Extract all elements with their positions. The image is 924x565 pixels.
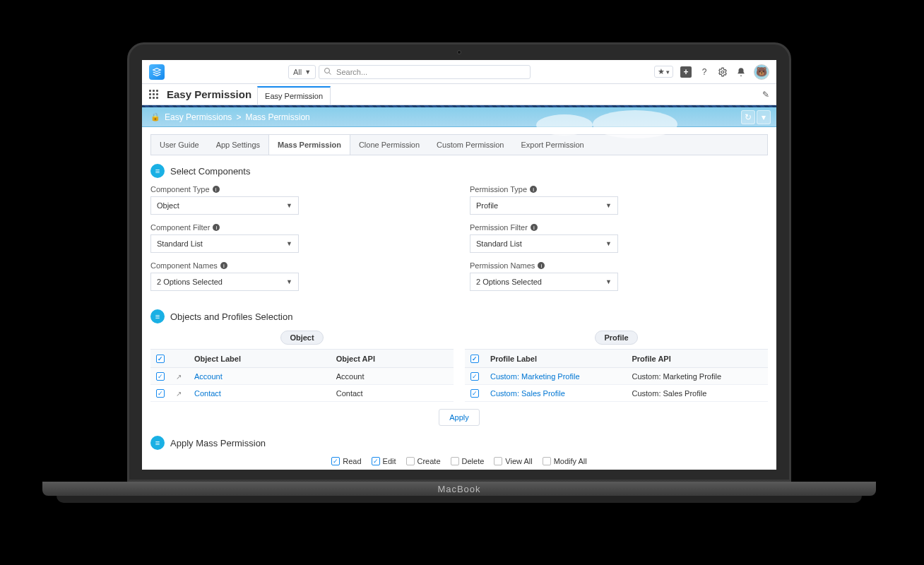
info-icon[interactable]: i	[213, 186, 220, 193]
sub-tab-user-guide[interactable]: User Guide	[151, 135, 208, 155]
row-checkbox[interactable]: ✓	[156, 389, 165, 398]
section-icon: ≡	[150, 436, 165, 450]
col-object-label: Object Label	[189, 350, 331, 368]
svg-line-1	[329, 72, 331, 74]
apply-button[interactable]: Apply	[439, 409, 480, 426]
select-permission-filter[interactable]: Standard List▼	[470, 234, 618, 253]
profile-api-value: Custom: Marketing Profile	[627, 368, 769, 385]
object-api-value: Account	[331, 368, 454, 385]
chevron-down-icon: ▼	[605, 202, 612, 209]
label-component-filter: Component Filter	[150, 223, 210, 232]
info-icon[interactable]: i	[530, 186, 537, 193]
label-component-names: Component Names	[150, 261, 218, 270]
perm-edit-checkbox[interactable]: ✓	[372, 457, 380, 465]
permission-checkboxes: ✓Read ✓Edit ✓Create ✓Delete ✓View All ✓M…	[150, 457, 768, 465]
cloud-decoration-icon	[536, 114, 593, 136]
breadcrumb-current: Mass Permission	[245, 112, 309, 122]
col-profile-api: Profile API	[627, 350, 769, 368]
chevron-down-icon: ▼	[286, 202, 292, 209]
svg-point-0	[325, 68, 330, 73]
col-profile-label: Profile Label	[485, 350, 627, 368]
perm-modifyall-checkbox[interactable]: ✓	[543, 457, 551, 465]
perm-read-checkbox[interactable]: ✓	[331, 457, 340, 465]
sub-tab-clone-permission[interactable]: Clone Permission	[350, 135, 428, 155]
lock-icon: 🔒	[150, 112, 160, 121]
info-icon[interactable]: i	[538, 262, 545, 269]
info-icon[interactable]: i	[220, 262, 227, 269]
chevron-down-icon: ▼	[605, 240, 612, 247]
label-component-type: Component Type	[150, 185, 210, 194]
section-title-objects-profiles: Objects and Profiles Selection	[170, 311, 292, 322]
laptop-base: MacBook	[42, 482, 876, 496]
edit-nav-icon[interactable]: ✎	[762, 90, 769, 100]
notifications-bell-icon[interactable]	[735, 66, 747, 78]
select-permission-type[interactable]: Profile▼	[470, 196, 618, 215]
object-label-link[interactable]: Contact	[194, 389, 221, 398]
select-all-checkbox[interactable]: ✓	[156, 355, 165, 363]
camera-icon	[457, 50, 461, 54]
profile-label-link[interactable]: Custom: Sales Profile	[490, 389, 565, 398]
label-permission-type: Permission Type	[470, 185, 527, 194]
nav-tab-easy-permission[interactable]: Easy Permission	[257, 86, 331, 105]
profile-label-link[interactable]: Custom: Marketing Profile	[490, 372, 580, 381]
chevron-down-icon: ▼	[605, 278, 612, 285]
col-object-api: Object API	[331, 350, 454, 368]
device-brand: MacBook	[437, 484, 480, 494]
app-name: Easy Permission	[167, 88, 251, 100]
refresh-button[interactable]: ↻	[741, 110, 755, 124]
sub-tab-mass-permission[interactable]: Mass Permission	[268, 135, 350, 155]
object-label-link[interactable]: Account	[194, 372, 223, 381]
header-dropdown-button[interactable]: ▾	[757, 110, 771, 124]
table-row: ✓ Custom: Marketing Profile Custom: Mark…	[465, 368, 768, 385]
search-placeholder: Search...	[336, 68, 367, 76]
perm-viewall-checkbox[interactable]: ✓	[494, 457, 502, 465]
section-icon: ≡	[150, 309, 165, 323]
help-icon[interactable]: ?	[699, 66, 710, 78]
object-api-value: Contact	[331, 385, 454, 402]
breadcrumb-separator: >	[236, 112, 241, 122]
perm-create-checkbox[interactable]: ✓	[406, 457, 415, 465]
sub-tab-export-permission[interactable]: Export Permission	[512, 135, 592, 155]
select-permission-names[interactable]: 2 Options Selected▼	[470, 273, 618, 291]
search-scope-label: All	[293, 68, 302, 76]
chevron-down-icon: ▼	[304, 69, 311, 76]
profiles-table: ✓ Profile Label Profile API ✓ Custom: Ma…	[465, 349, 768, 402]
select-component-names[interactable]: 2 Options Selected▼	[150, 273, 299, 291]
page-header: 🔒 Easy Permissions > Mass Permission ↻ ▾	[142, 107, 776, 127]
info-icon[interactable]: i	[213, 224, 220, 231]
row-checkbox[interactable]: ✓	[470, 372, 479, 381]
row-checkbox[interactable]: ✓	[156, 372, 165, 381]
settings-gear-icon[interactable]	[717, 66, 728, 78]
global-header: All ▼ Search... ★▾ + ?	[142, 60, 776, 84]
global-search-input[interactable]: Search...	[319, 65, 531, 79]
chevron-down-icon: ▼	[286, 240, 292, 247]
breadcrumb-root[interactable]: Easy Permissions	[165, 112, 232, 122]
cloud-decoration-icon	[593, 110, 677, 138]
table-row: ✓ Custom: Sales Profile Custom: Sales Pr…	[465, 385, 768, 402]
sub-tab-custom-permission[interactable]: Custom Permission	[428, 135, 512, 155]
sub-tab-app-settings[interactable]: App Settings	[208, 135, 268, 155]
search-scope-dropdown[interactable]: All ▼	[288, 65, 316, 79]
user-avatar[interactable]: 🐻	[754, 64, 769, 80]
table-row: ✓ ↗ Account Account	[150, 368, 454, 385]
select-component-filter[interactable]: Standard List▼	[150, 234, 299, 253]
profile-pill: Profile	[595, 331, 637, 345]
app-launcher-icon[interactable]	[149, 90, 158, 99]
info-icon[interactable]: i	[531, 224, 538, 231]
label-permission-filter: Permission Filter	[470, 223, 528, 232]
select-component-type[interactable]: Object▼	[150, 196, 299, 215]
label-permission-names: Permission Names	[470, 261, 535, 270]
sub-tabs: User Guide App Settings Mass Permission …	[150, 134, 768, 155]
section-icon: ≡	[150, 164, 165, 178]
add-button[interactable]: +	[680, 66, 692, 78]
row-checkbox[interactable]: ✓	[470, 389, 479, 398]
objects-table: ✓ Object Label Object API ✓ ↗ Account A	[150, 349, 454, 402]
chevron-down-icon: ▼	[286, 278, 292, 285]
select-all-checkbox[interactable]: ✓	[470, 355, 479, 363]
svg-point-2	[721, 71, 724, 73]
object-pill: Object	[280, 331, 323, 345]
perm-delete-checkbox[interactable]: ✓	[451, 457, 459, 465]
open-new-icon[interactable]: ↗	[176, 390, 182, 398]
open-new-icon[interactable]: ↗	[176, 373, 182, 381]
favorites-button[interactable]: ★▾	[654, 66, 673, 78]
